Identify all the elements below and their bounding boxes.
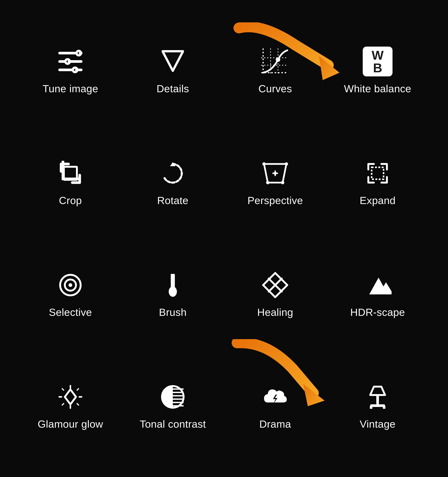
perspective-icon <box>260 158 290 188</box>
tonal-contrast-icon <box>158 382 188 412</box>
expand-icon <box>363 158 393 188</box>
details-icon <box>158 47 188 76</box>
tonal-contrast-cell[interactable]: Tonal contrast <box>122 350 224 462</box>
perspective-cell[interactable]: Perspective <box>224 127 326 238</box>
white-balance-icon: W B <box>363 47 393 76</box>
glamour-glow-icon <box>55 382 85 412</box>
svg-rect-58 <box>370 404 385 407</box>
glamour-glow-label: Glamour glow <box>38 418 103 430</box>
healing-icon <box>260 270 290 300</box>
selective-cell[interactable]: Selective <box>19 238 122 350</box>
drama-icon <box>260 382 290 412</box>
white-balance-label: White balance <box>344 82 411 95</box>
svg-rect-32 <box>171 274 175 288</box>
tune-image-label: Tune image <box>43 82 98 95</box>
svg-line-47 <box>77 404 79 405</box>
curves-icon <box>260 47 290 76</box>
vintage-cell[interactable]: Vintage <box>326 350 429 462</box>
svg-rect-60 <box>383 406 385 409</box>
svg-line-44 <box>62 389 64 390</box>
svg-rect-28 <box>372 167 383 179</box>
healing-cell[interactable]: Healing <box>224 238 326 350</box>
tools-grid: Tune image Details <box>19 15 429 462</box>
tune-image-icon <box>55 47 85 76</box>
vintage-label: Vintage <box>360 418 395 430</box>
crop-icon <box>55 158 85 188</box>
svg-point-31 <box>69 283 72 287</box>
crop-cell[interactable]: Crop <box>19 127 122 238</box>
details-label: Details <box>157 82 189 95</box>
hdr-scape-icon <box>363 270 393 300</box>
svg-point-18 <box>276 57 280 62</box>
expand-cell[interactable]: Expand <box>326 127 429 238</box>
rotate-cell[interactable]: Rotate <box>122 127 224 238</box>
hdr-scape-label: HDR-scape <box>350 306 405 318</box>
svg-rect-59 <box>370 406 372 409</box>
svg-point-27 <box>274 172 277 175</box>
rotate-label: Rotate <box>157 194 189 207</box>
crop-label: Crop <box>59 194 82 207</box>
expand-label: Expand <box>360 194 396 207</box>
svg-point-21 <box>262 162 266 166</box>
svg-rect-57 <box>376 395 379 404</box>
brush-label: Brush <box>159 306 187 318</box>
glamour-glow-cell[interactable]: Glamour glow <box>19 350 122 462</box>
healing-label: Healing <box>257 306 293 318</box>
perspective-label: Perspective <box>248 194 303 207</box>
drama-label: Drama <box>259 418 291 430</box>
drama-cell[interactable]: Drama <box>224 350 326 462</box>
svg-rect-8 <box>58 69 73 71</box>
svg-marker-39 <box>65 389 76 404</box>
curves-cell[interactable]: Curves <box>224 15 326 127</box>
hdr-scape-cell[interactable]: HDR-scape <box>326 238 429 350</box>
curves-label: Curves <box>259 82 292 95</box>
white-balance-cell[interactable]: W B White balance <box>326 15 429 127</box>
svg-rect-34 <box>171 286 174 290</box>
brush-icon <box>158 270 188 300</box>
svg-rect-2 <box>58 52 77 54</box>
rotate-icon <box>158 158 188 188</box>
svg-point-23 <box>266 181 269 184</box>
tune-image-cell[interactable]: Tune image <box>19 15 122 127</box>
svg-point-22 <box>285 162 288 166</box>
svg-point-24 <box>281 181 284 184</box>
vintage-icon <box>363 382 393 412</box>
svg-line-46 <box>62 404 64 405</box>
selective-label: Selective <box>49 306 92 318</box>
tonal-contrast-label: Tonal contrast <box>140 418 206 430</box>
svg-marker-11 <box>163 51 183 71</box>
svg-line-45 <box>77 389 79 390</box>
selective-icon <box>55 270 85 300</box>
brush-cell[interactable]: Brush <box>122 238 224 350</box>
details-cell[interactable]: Details <box>122 15 224 127</box>
